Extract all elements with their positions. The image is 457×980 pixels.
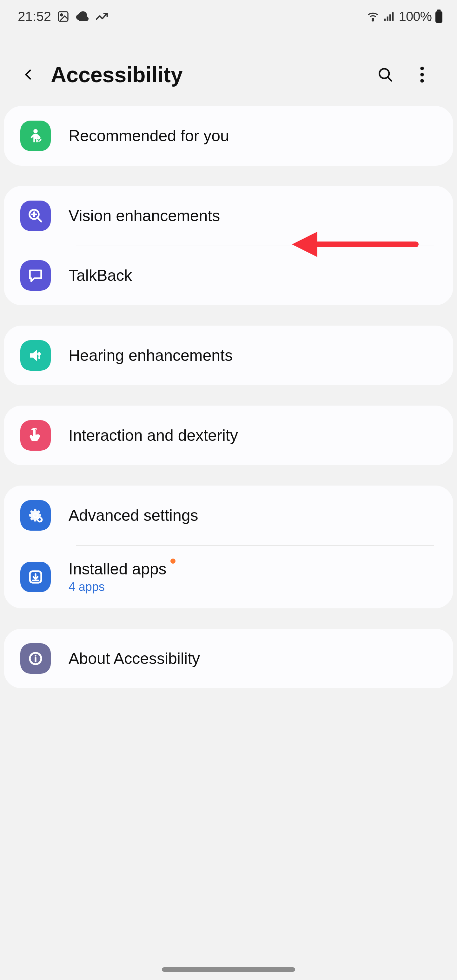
info-icon bbox=[20, 643, 51, 674]
page-title: Accessibility bbox=[51, 62, 363, 87]
item-label: TalkBack bbox=[68, 266, 132, 285]
settings-group: Recommended for you bbox=[4, 106, 453, 165]
wifi-icon bbox=[366, 10, 380, 23]
status-time: 21:52 bbox=[18, 9, 51, 24]
svg-rect-4 bbox=[387, 16, 388, 21]
item-installed-apps[interactable]: Installed apps 4 apps bbox=[4, 545, 453, 608]
settings-group: Hearing enhancements bbox=[4, 326, 453, 385]
speech-bubble-icon bbox=[20, 260, 51, 291]
settings-group: Vision enhancements TalkBack bbox=[4, 186, 453, 305]
person-icon bbox=[20, 121, 51, 151]
trend-icon bbox=[95, 10, 109, 23]
more-button[interactable] bbox=[412, 65, 432, 84]
svg-line-17 bbox=[38, 218, 41, 221]
item-label: About Accessibility bbox=[68, 649, 200, 668]
item-talkback[interactable]: TalkBack bbox=[4, 246, 453, 305]
settings-group: Advanced settings Installed apps 4 apps bbox=[4, 485, 453, 608]
svg-point-2 bbox=[372, 19, 374, 21]
item-label: Vision enhancements bbox=[68, 207, 220, 225]
item-vision-enhancements[interactable]: Vision enhancements bbox=[4, 186, 453, 246]
notification-dot bbox=[170, 558, 175, 564]
svg-point-12 bbox=[420, 73, 424, 76]
svg-rect-0 bbox=[58, 12, 68, 21]
gesture-bar bbox=[162, 967, 295, 972]
settings-group: About Accessibility bbox=[4, 629, 453, 688]
touch-icon bbox=[20, 420, 51, 451]
item-sublabel: 4 apps bbox=[68, 580, 167, 594]
svg-point-11 bbox=[420, 67, 424, 70]
item-label: Interaction and dexterity bbox=[68, 426, 238, 445]
svg-point-1 bbox=[61, 14, 63, 16]
image-icon bbox=[57, 10, 70, 23]
battery-icon bbox=[435, 10, 443, 24]
svg-point-14 bbox=[33, 129, 38, 134]
item-recommended[interactable]: Recommended for you bbox=[4, 106, 453, 165]
svg-point-31 bbox=[35, 655, 36, 656]
svg-rect-8 bbox=[437, 10, 441, 11]
settings-group: Interaction and dexterity bbox=[4, 406, 453, 465]
status-bar: 21:52 100% bbox=[0, 0, 457, 24]
item-about-accessibility[interactable]: About Accessibility bbox=[4, 629, 453, 688]
item-label: Recommended for you bbox=[68, 127, 229, 145]
item-label: Installed apps bbox=[68, 560, 167, 578]
search-button[interactable] bbox=[376, 65, 395, 84]
battery-percentage: 100% bbox=[399, 9, 432, 24]
item-label: Hearing enhancements bbox=[68, 346, 232, 364]
svg-rect-7 bbox=[435, 11, 443, 23]
item-interaction-dexterity[interactable]: Interaction and dexterity bbox=[4, 406, 453, 465]
app-bar: Accessibility bbox=[0, 24, 457, 106]
item-advanced-settings[interactable]: Advanced settings bbox=[4, 485, 453, 545]
magnifier-plus-icon bbox=[20, 200, 51, 231]
back-button[interactable] bbox=[19, 65, 38, 84]
item-label: Advanced settings bbox=[68, 506, 198, 525]
speaker-icon bbox=[20, 340, 51, 371]
download-icon bbox=[20, 562, 51, 592]
item-hearing-enhancements[interactable]: Hearing enhancements bbox=[4, 326, 453, 385]
svg-point-13 bbox=[420, 79, 424, 83]
gear-plus-icon bbox=[20, 500, 51, 531]
signal-icon bbox=[383, 10, 396, 23]
cloud-icon bbox=[75, 10, 89, 23]
svg-line-10 bbox=[388, 77, 392, 81]
svg-rect-6 bbox=[392, 13, 393, 21]
svg-rect-3 bbox=[384, 19, 385, 21]
svg-rect-5 bbox=[389, 14, 391, 21]
